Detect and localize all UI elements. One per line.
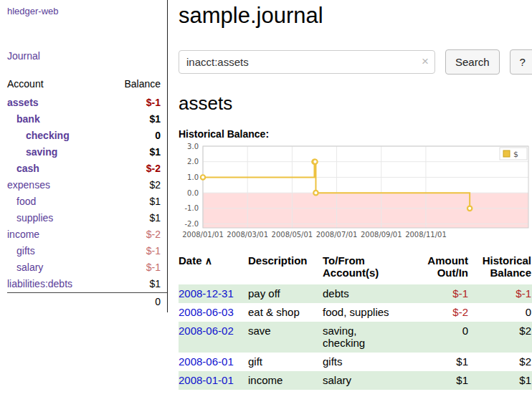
- transaction-description: income: [248, 371, 323, 390]
- account-link[interactable]: expenses: [7, 179, 50, 191]
- account-row: expenses $2: [7, 177, 167, 193]
- register-header-amount: Amount Out/In: [421, 253, 468, 284]
- account-heading: assets: [179, 92, 532, 115]
- register-header-row: Date ∧ Description To/From Account(s) Am…: [179, 253, 532, 284]
- journal-link[interactable]: Journal: [7, 50, 167, 62]
- transaction-date-link[interactable]: 2008-01-01: [179, 374, 234, 386]
- svg-text:0.0: 0.0: [187, 189, 199, 197]
- transaction-balance: $2: [468, 322, 532, 353]
- account-balance: $1: [104, 193, 167, 210]
- sidebar: hledger-web Journal Account Balance asse…: [0, 0, 168, 312]
- transaction-description: pay off: [248, 284, 323, 303]
- transaction-description: gift: [248, 353, 323, 371]
- accounts-total-balance: 0: [104, 293, 167, 311]
- account-balance: $-1: [104, 259, 167, 276]
- transaction-balance: $2: [468, 353, 532, 371]
- account-row: gifts $-1: [7, 243, 167, 259]
- account-link[interactable]: bank: [7, 113, 40, 125]
- svg-text:2008/03/01: 2008/03/01: [227, 231, 268, 239]
- transaction-balance: $1: [468, 371, 532, 390]
- account-balance: $-2: [104, 226, 167, 243]
- account-row: income $-2: [7, 226, 167, 243]
- accounts-table-body: assets $-1 bank $1 checking 0 saving $1 …: [7, 95, 167, 293]
- transaction-date-link[interactable]: 2008-06-02: [179, 325, 234, 337]
- transaction-amount: $-2: [421, 303, 468, 322]
- transaction-date-link[interactable]: 2008-06-01: [179, 355, 234, 368]
- transaction-row: 2008-06-01 gift gifts $1 $2: [179, 353, 532, 371]
- transaction-amount: $1: [421, 353, 468, 371]
- account-link[interactable]: food: [7, 196, 36, 207]
- app-title-link[interactable]: hledger-web: [7, 6, 167, 16]
- account-link[interactable]: assets: [7, 97, 39, 108]
- account-row: assets $-1: [7, 95, 167, 111]
- accounts-total-row: 0: [7, 293, 167, 311]
- transaction-row: 2008-06-03 eat & shop food, supplies $-2…: [179, 303, 532, 322]
- accounts-header-balance: Balance: [104, 77, 167, 95]
- account-link[interactable]: income: [7, 229, 39, 240]
- transaction-description: eat & shop: [248, 303, 323, 322]
- transaction-amount: 0: [421, 322, 468, 353]
- transaction-row: 2008-01-01 income salary $1 $1: [179, 371, 532, 390]
- account-row: food $1: [7, 193, 167, 210]
- register-header-date: Date ∧: [179, 253, 248, 284]
- transaction-accounts: food, supplies: [323, 303, 421, 322]
- accounts-header-row: Account Balance: [7, 77, 167, 95]
- sort-ascending-icon: ∧: [205, 255, 212, 267]
- page-title: sample.journal: [179, 3, 532, 29]
- account-balance: $-1: [104, 95, 167, 111]
- transaction-accounts: saving, checking: [323, 322, 421, 353]
- transaction-date-link[interactable]: 2008-06-03: [179, 306, 234, 318]
- transaction-row: 2008-12-31 pay off debts $-1 $-1: [179, 284, 532, 303]
- search-input[interactable]: [179, 50, 435, 74]
- search-form: × Search ?: [179, 49, 532, 75]
- svg-text:2008/01/01: 2008/01/01: [182, 231, 224, 239]
- account-row: supplies $1: [7, 210, 167, 226]
- svg-text:2.0: 2.0: [187, 158, 199, 166]
- transaction-balance: $-1: [468, 284, 532, 303]
- balance-chart-svg: $3.02.01.00.0-1.0-2.02008/01/012008/03/0…: [179, 143, 531, 244]
- historical-balance-chart: $3.02.01.00.0-1.0-2.02008/01/012008/03/0…: [179, 143, 532, 244]
- svg-text:-1.0: -1.0: [184, 204, 199, 212]
- account-link[interactable]: supplies: [7, 212, 53, 224]
- accounts-header-account: Account: [7, 77, 104, 95]
- svg-text:2008/05/01: 2008/05/01: [272, 231, 313, 239]
- accounts-total-spacer: [7, 293, 104, 311]
- account-row: liabilities:debts $1: [7, 276, 167, 293]
- accounts-table: Account Balance assets $-1 bank $1 check…: [7, 77, 167, 310]
- transaction-accounts: debts: [323, 284, 421, 303]
- help-button[interactable]: ?: [510, 49, 532, 75]
- search-button[interactable]: Search: [445, 49, 500, 75]
- clear-search-icon[interactable]: ×: [422, 54, 429, 69]
- account-link[interactable]: liabilities:debts: [7, 278, 72, 289]
- sort-by-date-link[interactable]: Date: [179, 254, 202, 267]
- svg-text:1.0: 1.0: [187, 173, 199, 181]
- register-header-description: Description: [248, 253, 323, 284]
- register-table: Date ∧ Description To/From Account(s) Am…: [179, 253, 532, 390]
- account-balance: $-2: [104, 160, 167, 177]
- register-table-body: 2008-12-31 pay off debts $-1 $-1 2008-06…: [179, 284, 532, 390]
- account-link[interactable]: cash: [7, 163, 39, 174]
- account-link[interactable]: gifts: [7, 245, 35, 257]
- transaction-balance: 0: [468, 303, 532, 322]
- register-header-balance: Historical Balance: [468, 253, 532, 284]
- transaction-accounts: salary: [323, 371, 421, 390]
- svg-text:2008/09/01: 2008/09/01: [361, 231, 402, 239]
- account-balance: 0: [104, 128, 167, 144]
- account-link[interactable]: salary: [7, 262, 43, 273]
- account-row: cash $-2: [7, 160, 167, 177]
- account-link[interactable]: saving: [7, 146, 57, 158]
- transaction-date-link[interactable]: 2008-12-31: [179, 287, 234, 299]
- account-row: checking 0: [7, 128, 167, 144]
- account-balance: $1: [104, 144, 167, 160]
- account-balance: $1: [104, 210, 167, 226]
- transaction-amount: $-1: [421, 284, 468, 303]
- account-row: bank $1: [7, 111, 167, 128]
- main-content: sample.journal × Search ? assets Histori…: [168, 0, 532, 390]
- transaction-accounts: gifts: [323, 353, 421, 371]
- register-header-account: To/From Account(s): [323, 253, 421, 284]
- account-link[interactable]: checking: [7, 130, 70, 141]
- search-box: ×: [179, 50, 435, 74]
- svg-text:3.0: 3.0: [187, 143, 199, 150]
- svg-text:2008/11/01: 2008/11/01: [405, 231, 447, 239]
- account-row: saving $1: [7, 144, 167, 160]
